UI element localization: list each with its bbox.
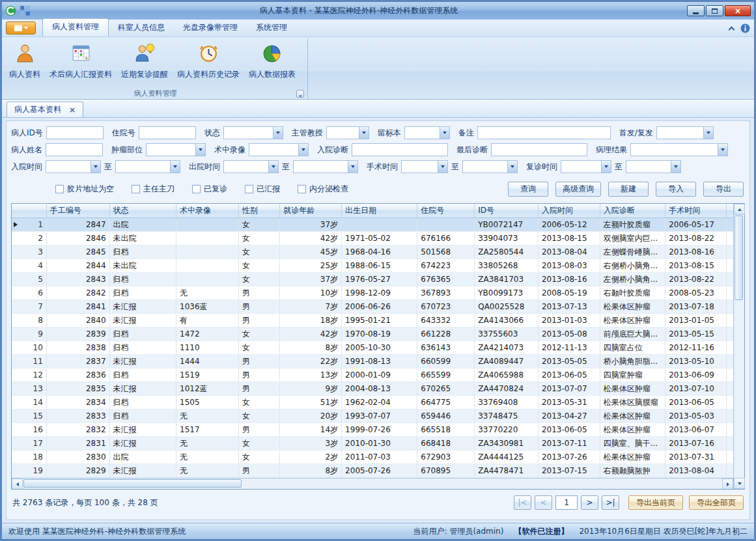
grid-cell[interactable] — [176, 232, 239, 245]
grid-cell[interactable]: 670723 — [417, 300, 475, 314]
grid-header-cell[interactable]: 就诊年龄 — [280, 204, 342, 217]
grid-cell[interactable]: 2013-05-03 — [665, 409, 727, 423]
grid-cell[interactable]: 2008-05-19 — [539, 286, 600, 300]
revisit-time-from-select[interactable] — [561, 160, 611, 173]
grid-cell[interactable]: 2006-05-12 — [539, 218, 600, 232]
scroll-left-icon[interactable] — [12, 479, 23, 489]
reported-checkbox[interactable]: 已汇报 — [245, 184, 280, 195]
grid-cell[interactable]: 3岁 — [280, 437, 342, 451]
grid-cell[interactable]: 1036蓝 — [176, 300, 239, 314]
discharge-time-from-select[interactable] — [223, 160, 279, 173]
grid-cell[interactable]: 670265 — [417, 382, 475, 396]
grid-cell[interactable]: 2837 — [47, 355, 110, 368]
ribbon-tab-patient-data-management[interactable]: 病人资料管理 — [42, 18, 109, 36]
maximize-button[interactable] — [706, 5, 723, 16]
grid-cell[interactable]: 664775 — [417, 396, 475, 409]
dropdown-arrow-icon[interactable] — [195, 144, 205, 156]
grid-cell[interactable]: 2835 — [47, 382, 110, 396]
grid-cell[interactable]: 无 — [176, 437, 239, 451]
grid-cell[interactable]: 2013-01-05 — [665, 314, 727, 327]
grid-cell[interactable]: 1472 — [176, 327, 239, 341]
patient-id-input[interactable] — [46, 126, 104, 139]
grid-cell[interactable]: 无 — [176, 286, 239, 300]
grid-cell[interactable]: 女 — [239, 341, 281, 355]
grid-cell[interactable]: 2013-07-11 — [539, 437, 600, 451]
grid-cell[interactable]: 2841 — [47, 300, 110, 314]
grid-cell[interactable]: 2843 — [47, 273, 110, 286]
grid-cell[interactable]: 660599 — [417, 355, 475, 368]
dialog-launcher-icon[interactable] — [296, 90, 304, 98]
grid-cell[interactable]: 男 — [239, 286, 281, 300]
grid-header-cell[interactable]: 术中录像 — [176, 204, 239, 217]
grid-cell[interactable]: 37岁 — [280, 218, 342, 232]
horizontal-scroll-thumb[interactable] — [23, 479, 242, 488]
chief-surgeon-checkbox[interactable]: 主任主刀 — [132, 184, 175, 195]
grid-cell[interactable]: 670895 — [417, 464, 475, 478]
grid-row[interactable]: 52843归档女37岁1976-05-27676365ZA38417032013… — [12, 273, 733, 286]
grid-cell[interactable]: 女 — [239, 232, 281, 245]
grid-cell[interactable]: 1970-08-19 — [342, 327, 417, 341]
grid-cell[interactable]: 未汇报 — [110, 382, 177, 396]
grid-cell[interactable]: 367893 — [417, 286, 475, 300]
grid-cell[interactable]: 2013-05-15 — [665, 327, 727, 341]
grid-header-cell[interactable]: 入院诊断 — [600, 204, 666, 217]
grid-header-cell[interactable]: 入院时间 — [539, 204, 600, 217]
grid-cell[interactable]: 2013-06-07 — [665, 423, 727, 437]
grid-cell[interactable]: 前颅底巨大脑... — [600, 327, 666, 341]
grid-cell[interactable]: 2842 — [47, 286, 110, 300]
grid-cell[interactable]: 归档 — [110, 341, 177, 355]
grid-cell[interactable]: 2013-08-16 — [539, 273, 600, 286]
collapse-ribbon-icon[interactable] — [729, 26, 735, 33]
admission-no-input[interactable] — [139, 126, 196, 139]
grid-cell[interactable]: YB0072147 — [475, 218, 539, 232]
close-button[interactable]: × — [725, 5, 751, 16]
grid-cell[interactable]: 2013-08-22 — [665, 273, 727, 286]
app-menu-button[interactable] — [6, 21, 36, 35]
pathology-result-select[interactable] — [630, 143, 728, 156]
grid-cell[interactable]: ZA4089447 — [475, 355, 539, 368]
export-button[interactable]: 导出 — [703, 182, 744, 197]
grid-cell[interactable]: 2013-05-05 — [539, 355, 600, 368]
dropdown-arrow-icon[interactable] — [703, 127, 713, 139]
postop-report-button[interactable]: 术后病人汇报资料 — [45, 39, 117, 88]
grid-cell[interactable]: 归档 — [110, 273, 177, 286]
grid-cell[interactable]: 665599 — [417, 368, 475, 382]
grid-cell[interactable]: 1517 — [176, 423, 239, 437]
status-select[interactable] — [223, 126, 283, 139]
grid-header-cell[interactable]: ID号 — [475, 204, 539, 217]
vertical-scrollbar[interactable] — [733, 204, 744, 489]
grid-cell[interactable]: 左额叶胶质瘤 — [600, 218, 666, 232]
grid-cell[interactable]: 33769408 — [475, 396, 539, 409]
grid-cell[interactable]: 676365 — [417, 273, 475, 286]
dropdown-arrow-icon[interactable] — [718, 144, 727, 156]
grid-cell[interactable]: ZA4470824 — [475, 382, 539, 396]
grid-cell[interactable]: 女 — [239, 273, 281, 286]
grid-cell[interactable]: 归档 — [110, 327, 177, 341]
grid-cell[interactable]: 2013-06-05 — [539, 423, 600, 437]
dropdown-arrow-icon[interactable] — [91, 161, 100, 173]
grid-row[interactable]: 102838归档1110女8岁2005-10-30636143ZA4214073… — [12, 341, 733, 355]
grid-cell[interactable]: 33755603 — [475, 327, 539, 341]
grid-cell[interactable]: 2013-05-31 — [539, 396, 600, 409]
grid-cell[interactable]: ZA4143066 — [475, 314, 539, 327]
grid-cell[interactable]: 2838 — [47, 341, 110, 355]
grid-cell[interactable]: 2013-08-04 — [665, 464, 727, 478]
grid-cell[interactable]: 2013-05-08 — [539, 327, 600, 341]
grid-cell[interactable]: 33904073 — [475, 232, 539, 245]
grid-cell[interactable]: 桥小脑角胆脂... — [600, 355, 666, 368]
grid-cell[interactable]: 674223 — [417, 259, 475, 273]
grid-cell[interactable]: 2839 — [47, 327, 110, 341]
grid-cell[interactable]: 2847 — [47, 218, 110, 232]
grid-cell[interactable]: 643332 — [417, 314, 475, 327]
last-page-button[interactable]: >| — [602, 495, 619, 510]
grid-cell[interactable] — [176, 218, 239, 232]
grid-cell[interactable]: 2829 — [47, 464, 110, 478]
grid-header-cell[interactable]: 性别 — [239, 204, 281, 217]
grid-cell[interactable]: 2013-08-22 — [665, 232, 727, 245]
grid-cell[interactable]: 2013-04-27 — [539, 409, 600, 423]
grid-cell[interactable]: 女 — [239, 259, 281, 273]
grid-cell[interactable]: 无 — [176, 409, 239, 423]
grid-row[interactable]: 192829未汇报无男8岁2005-07-26670895ZA447847120… — [12, 464, 733, 478]
grid-cell[interactable]: 501568 — [417, 245, 475, 259]
grid-cell[interactable] — [176, 259, 239, 273]
